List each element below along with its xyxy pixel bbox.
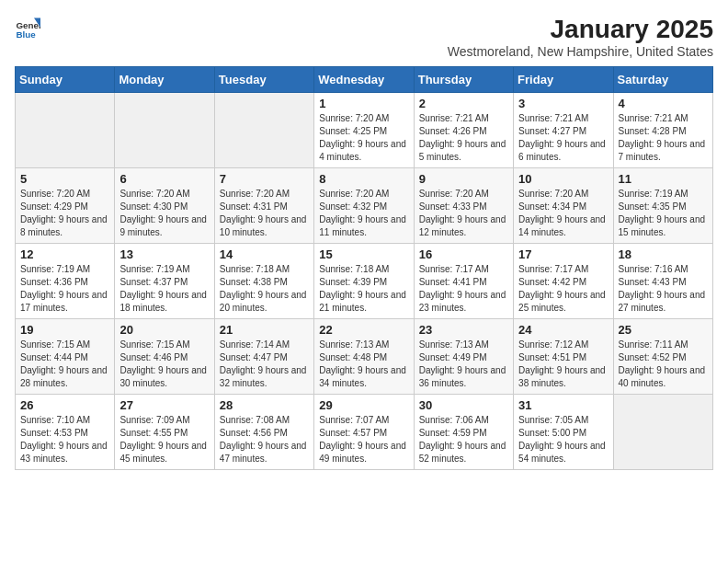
calendar-cell: 18Sunrise: 7:16 AM Sunset: 4:43 PM Dayli… xyxy=(613,244,712,319)
day-info: Sunrise: 7:08 AM Sunset: 4:56 PM Dayligh… xyxy=(220,414,309,465)
calendar-cell: 5Sunrise: 7:20 AM Sunset: 4:29 PM Daylig… xyxy=(16,168,115,244)
column-header-sunday: Sunday xyxy=(16,67,115,93)
day-number: 24 xyxy=(518,323,608,337)
page-header: General Blue January 2025 Westmoreland, … xyxy=(15,15,713,59)
calendar-cell: 21Sunrise: 7:14 AM Sunset: 4:47 PM Dayli… xyxy=(214,319,313,395)
day-info: Sunrise: 7:19 AM Sunset: 4:36 PM Dayligh… xyxy=(20,263,109,315)
day-number: 3 xyxy=(518,97,608,110)
calendar-cell: 4Sunrise: 7:21 AM Sunset: 4:28 PM Daylig… xyxy=(613,93,712,168)
day-number: 2 xyxy=(419,97,508,110)
day-number: 6 xyxy=(119,172,209,186)
column-header-thursday: Thursday xyxy=(414,67,513,93)
day-number: 13 xyxy=(119,247,209,261)
day-number: 7 xyxy=(220,172,309,186)
calendar-cell: 13Sunrise: 7:19 AM Sunset: 4:37 PM Dayli… xyxy=(115,244,214,319)
calendar-week-row: 19Sunrise: 7:15 AM Sunset: 4:44 PM Dayli… xyxy=(16,319,713,395)
title-area: January 2025 Westmoreland, New Hampshire… xyxy=(448,15,713,59)
day-number: 25 xyxy=(619,323,708,337)
calendar-cell: 6Sunrise: 7:20 AM Sunset: 4:30 PM Daylig… xyxy=(115,168,214,244)
calendar-cell xyxy=(16,93,115,168)
calendar-week-row: 1Sunrise: 7:20 AM Sunset: 4:25 PM Daylig… xyxy=(16,93,713,168)
calendar-cell: 11Sunrise: 7:19 AM Sunset: 4:35 PM Dayli… xyxy=(613,168,712,244)
calendar-cell: 29Sunrise: 7:07 AM Sunset: 4:57 PM Dayli… xyxy=(314,395,414,470)
calendar-cell xyxy=(613,395,712,470)
calendar-cell: 23Sunrise: 7:13 AM Sunset: 4:49 PM Dayli… xyxy=(414,319,513,395)
calendar-cell: 20Sunrise: 7:15 AM Sunset: 4:46 PM Dayli… xyxy=(115,319,214,395)
day-info: Sunrise: 7:14 AM Sunset: 4:47 PM Dayligh… xyxy=(220,339,309,390)
day-info: Sunrise: 7:12 AM Sunset: 4:51 PM Dayligh… xyxy=(518,339,608,390)
calendar-cell: 7Sunrise: 7:20 AM Sunset: 4:31 PM Daylig… xyxy=(214,168,313,244)
logo: General Blue xyxy=(15,15,40,40)
day-info: Sunrise: 7:15 AM Sunset: 4:46 PM Dayligh… xyxy=(119,339,209,390)
column-header-wednesday: Wednesday xyxy=(314,67,414,93)
day-number: 29 xyxy=(319,398,408,412)
day-number: 21 xyxy=(220,323,309,337)
column-header-saturday: Saturday xyxy=(613,67,712,93)
calendar-cell: 14Sunrise: 7:18 AM Sunset: 4:38 PM Dayli… xyxy=(214,244,313,319)
day-info: Sunrise: 7:05 AM Sunset: 5:00 PM Dayligh… xyxy=(518,414,608,465)
calendar-cell: 12Sunrise: 7:19 AM Sunset: 4:36 PM Dayli… xyxy=(16,244,115,319)
day-number: 18 xyxy=(619,247,708,261)
day-info: Sunrise: 7:20 AM Sunset: 4:34 PM Dayligh… xyxy=(518,188,608,239)
calendar-cell: 28Sunrise: 7:08 AM Sunset: 4:56 PM Dayli… xyxy=(214,395,313,470)
day-number: 4 xyxy=(619,97,708,110)
day-number: 15 xyxy=(319,247,408,261)
calendar-week-row: 12Sunrise: 7:19 AM Sunset: 4:36 PM Dayli… xyxy=(16,244,713,319)
calendar-cell: 19Sunrise: 7:15 AM Sunset: 4:44 PM Dayli… xyxy=(16,319,115,395)
day-number: 9 xyxy=(419,172,508,186)
day-info: Sunrise: 7:21 AM Sunset: 4:27 PM Dayligh… xyxy=(518,112,608,164)
day-info: Sunrise: 7:20 AM Sunset: 4:33 PM Dayligh… xyxy=(419,188,508,239)
calendar-cell: 16Sunrise: 7:17 AM Sunset: 4:41 PM Dayli… xyxy=(414,244,513,319)
column-header-monday: Monday xyxy=(115,67,214,93)
day-info: Sunrise: 7:18 AM Sunset: 4:39 PM Dayligh… xyxy=(319,263,408,315)
day-number: 19 xyxy=(20,323,109,337)
calendar-subtitle: Westmoreland, New Hampshire, United Stat… xyxy=(448,44,713,59)
column-header-tuesday: Tuesday xyxy=(214,67,313,93)
day-info: Sunrise: 7:21 AM Sunset: 4:28 PM Dayligh… xyxy=(619,112,708,164)
day-info: Sunrise: 7:15 AM Sunset: 4:44 PM Dayligh… xyxy=(20,339,109,390)
day-number: 5 xyxy=(20,172,109,186)
day-info: Sunrise: 7:20 AM Sunset: 4:31 PM Dayligh… xyxy=(220,188,309,239)
day-number: 28 xyxy=(220,398,309,412)
svg-text:Blue: Blue xyxy=(16,29,36,40)
calendar-cell: 26Sunrise: 7:10 AM Sunset: 4:53 PM Dayli… xyxy=(16,395,115,470)
day-number: 14 xyxy=(220,247,309,261)
calendar-cell: 2Sunrise: 7:21 AM Sunset: 4:26 PM Daylig… xyxy=(414,93,513,168)
day-number: 31 xyxy=(518,398,608,412)
day-info: Sunrise: 7:20 AM Sunset: 4:25 PM Dayligh… xyxy=(319,112,408,164)
calendar-cell: 10Sunrise: 7:20 AM Sunset: 4:34 PM Dayli… xyxy=(514,168,613,244)
calendar-cell: 30Sunrise: 7:06 AM Sunset: 4:59 PM Dayli… xyxy=(414,395,513,470)
day-info: Sunrise: 7:18 AM Sunset: 4:38 PM Dayligh… xyxy=(220,263,309,315)
day-info: Sunrise: 7:19 AM Sunset: 4:35 PM Dayligh… xyxy=(619,188,708,239)
day-number: 11 xyxy=(619,172,708,186)
day-number: 23 xyxy=(419,323,508,337)
day-number: 10 xyxy=(518,172,608,186)
calendar-cell: 17Sunrise: 7:17 AM Sunset: 4:42 PM Dayli… xyxy=(514,244,613,319)
calendar-cell: 25Sunrise: 7:11 AM Sunset: 4:52 PM Dayli… xyxy=(613,319,712,395)
day-info: Sunrise: 7:20 AM Sunset: 4:30 PM Dayligh… xyxy=(119,188,209,239)
calendar-cell: 15Sunrise: 7:18 AM Sunset: 4:39 PM Dayli… xyxy=(314,244,414,319)
column-header-friday: Friday xyxy=(514,67,613,93)
day-number: 12 xyxy=(20,247,109,261)
day-number: 8 xyxy=(319,172,408,186)
day-info: Sunrise: 7:07 AM Sunset: 4:57 PM Dayligh… xyxy=(319,414,408,465)
calendar-cell: 1Sunrise: 7:20 AM Sunset: 4:25 PM Daylig… xyxy=(314,93,414,168)
day-info: Sunrise: 7:17 AM Sunset: 4:42 PM Dayligh… xyxy=(518,263,608,315)
day-number: 30 xyxy=(419,398,508,412)
calendar-cell: 27Sunrise: 7:09 AM Sunset: 4:55 PM Dayli… xyxy=(115,395,214,470)
calendar-header-row: SundayMondayTuesdayWednesdayThursdayFrid… xyxy=(16,67,713,93)
calendar-cell: 9Sunrise: 7:20 AM Sunset: 4:33 PM Daylig… xyxy=(414,168,513,244)
day-info: Sunrise: 7:16 AM Sunset: 4:43 PM Dayligh… xyxy=(619,263,708,315)
calendar-cell xyxy=(115,93,214,168)
day-number: 16 xyxy=(419,247,508,261)
calendar-cell: 3Sunrise: 7:21 AM Sunset: 4:27 PM Daylig… xyxy=(514,93,613,168)
calendar-cell: 22Sunrise: 7:13 AM Sunset: 4:48 PM Dayli… xyxy=(314,319,414,395)
day-info: Sunrise: 7:11 AM Sunset: 4:52 PM Dayligh… xyxy=(619,339,708,390)
logo-icon: General Blue xyxy=(15,15,40,40)
calendar-cell: 31Sunrise: 7:05 AM Sunset: 5:00 PM Dayli… xyxy=(514,395,613,470)
calendar-table: SundayMondayTuesdayWednesdayThursdayFrid… xyxy=(15,66,713,470)
day-info: Sunrise: 7:06 AM Sunset: 4:59 PM Dayligh… xyxy=(419,414,508,465)
calendar-cell xyxy=(214,93,313,168)
calendar-title: January 2025 xyxy=(448,15,713,44)
day-info: Sunrise: 7:13 AM Sunset: 4:49 PM Dayligh… xyxy=(419,339,508,390)
